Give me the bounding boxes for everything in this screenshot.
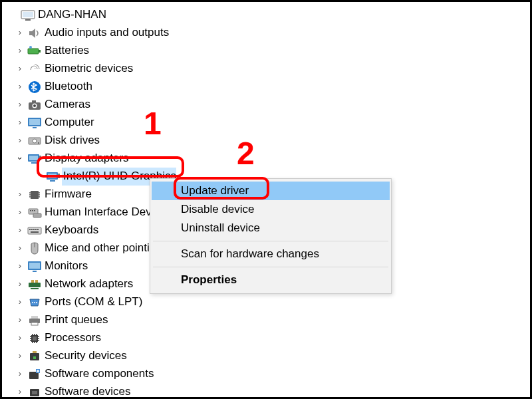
svg-rect-5 — [39, 50, 41, 53]
chevron-right-icon[interactable]: › — [14, 277, 26, 291]
svg-rect-26 — [31, 191, 39, 199]
svg-rect-43 — [37, 229, 39, 230]
tree-node-bluetooth[interactable]: › Bluetooth — [7, 78, 530, 96]
keyboard-icon — [26, 223, 43, 238]
printer-icon — [26, 313, 43, 328]
computer-root-icon — [19, 8, 37, 23]
tree-node-biometric[interactable]: › Biometric devices — [7, 60, 530, 78]
tree-node-ports[interactable]: › Ports (COM & LPT) — [7, 293, 530, 311]
svg-point-55 — [36, 302, 37, 303]
svg-point-10 — [33, 104, 36, 107]
ctx-separator — [153, 241, 388, 241]
chevron-right-icon[interactable]: › — [14, 26, 26, 39]
ctx-uninstall-device[interactable]: Uninstall device — [152, 219, 390, 237]
ctx-properties[interactable]: Properties — [152, 271, 390, 289]
svg-rect-48 — [33, 271, 37, 272]
port-icon — [26, 295, 43, 310]
tree-node-label: Disk drives — [43, 132, 100, 149]
annotation-marker-1: 1 — [144, 105, 162, 142]
svg-rect-2 — [23, 12, 33, 17]
tree-node-diskdrives[interactable]: › Disk drives — [7, 132, 530, 150]
svg-rect-39 — [29, 229, 31, 230]
chevron-right-icon[interactable]: › — [14, 349, 26, 362]
battery-icon — [26, 44, 43, 59]
svg-rect-37 — [34, 210, 35, 211]
svg-rect-1 — [25, 19, 31, 21]
chevron-right-icon[interactable]: › — [14, 205, 26, 219]
chevron-right-icon[interactable]: › — [14, 241, 26, 255]
ctx-update-driver[interactable]: Update driver — [152, 182, 390, 200]
tree-node-label: Firmware — [43, 186, 92, 203]
ctx-disable-device[interactable]: Disable device — [152, 200, 390, 219]
tree-node-softwaredevices[interactable]: › Software devices — [7, 383, 530, 399]
tree-node-processors[interactable]: › Processors — [7, 329, 530, 347]
tree-node-label: Batteries — [43, 42, 89, 59]
tree-node-label: Ports (COM & LPT) — [43, 293, 142, 311]
svg-point-17 — [38, 142, 39, 144]
tree-root[interactable]: DANG-NHAN — [7, 6, 530, 24]
tree-node-label: Security devices — [43, 347, 127, 364]
chevron-right-icon[interactable]: › — [14, 295, 26, 309]
tree-node-printqueues[interactable]: › Print queues — [7, 311, 530, 329]
svg-rect-41 — [33, 229, 35, 230]
chevron-right-icon[interactable]: › — [14, 80, 26, 93]
tree-node-label: Audio inputs and outputs — [43, 24, 169, 41]
annotation-marker-2: 2 — [237, 135, 255, 172]
chevron-right-icon[interactable]: › — [14, 367, 26, 380]
context-menu: Update driver Disable device Uninstall d… — [150, 178, 392, 294]
tree-node-cameras[interactable]: › Cameras — [7, 96, 530, 114]
tree-node-security[interactable]: › Security devices — [7, 347, 530, 365]
chevron-right-icon[interactable]: › — [14, 116, 26, 129]
svg-rect-42 — [35, 229, 37, 230]
svg-rect-57 — [31, 316, 38, 319]
ctx-scan-hardware[interactable]: Scan for hardware changes — [152, 245, 390, 263]
tree-node-label: Bluetooth — [43, 78, 92, 95]
tree-node-computer[interactable]: › Computer — [7, 114, 530, 132]
tree-node-label: Software components — [43, 365, 154, 382]
monitor-icon — [26, 259, 43, 274]
tree-node-audio[interactable]: › Audio inputs and outputs — [7, 24, 530, 42]
svg-point-6 — [29, 46, 32, 49]
firmware-chip-icon — [26, 188, 43, 202]
tree-node-displayadapters[interactable]: › Display adapters — [7, 150, 530, 168]
svg-rect-79 — [32, 391, 37, 394]
chevron-right-icon[interactable]: › — [14, 44, 26, 57]
network-icon — [26, 277, 43, 292]
chevron-right-icon[interactable]: › — [14, 134, 26, 147]
tree-node-label: Biometric devices — [43, 60, 133, 77]
svg-rect-38 — [28, 227, 41, 234]
camera-icon — [26, 98, 43, 112]
svg-rect-44 — [31, 231, 39, 233]
chevron-right-icon[interactable]: › — [14, 313, 26, 327]
svg-rect-52 — [31, 288, 39, 289]
speaker-icon — [26, 26, 43, 41]
chevron-right-icon[interactable]: › — [14, 223, 26, 237]
chevron-right-icon[interactable]: › — [14, 188, 26, 201]
chevron-down-icon[interactable]: › — [13, 152, 27, 164]
svg-rect-23 — [48, 174, 57, 178]
tree-node-softwarecomponents[interactable]: › Software components — [7, 365, 530, 383]
tree-root-label: DANG-NHAN — [37, 6, 106, 23]
svg-rect-21 — [31, 162, 37, 164]
chevron-right-icon[interactable]: › — [14, 98, 26, 111]
svg-rect-11 — [32, 100, 36, 102]
tree-node-label: Keyboards — [43, 221, 98, 239]
chevron-right-icon[interactable]: › — [14, 259, 26, 273]
chevron-right-icon[interactable]: › — [14, 62, 26, 75]
chevron-right-icon[interactable]: › — [14, 385, 26, 398]
svg-rect-74 — [33, 351, 37, 353]
software-device-icon — [26, 385, 43, 400]
bluetooth-icon — [26, 80, 43, 94]
chevron-right-icon[interactable]: › — [14, 331, 26, 344]
svg-point-16 — [33, 139, 37, 143]
tree-node-batteries[interactable]: › Batteries — [7, 42, 530, 60]
svg-rect-25 — [50, 180, 55, 182]
tree-node-label: Software devices — [43, 383, 130, 399]
svg-rect-58 — [31, 323, 38, 325]
hid-icon — [26, 205, 43, 220]
disk-icon — [26, 134, 43, 148]
svg-rect-75 — [33, 356, 36, 359]
tree-node-label: Display adapters — [43, 150, 129, 167]
svg-rect-50 — [31, 280, 34, 283]
svg-rect-60 — [33, 336, 37, 340]
